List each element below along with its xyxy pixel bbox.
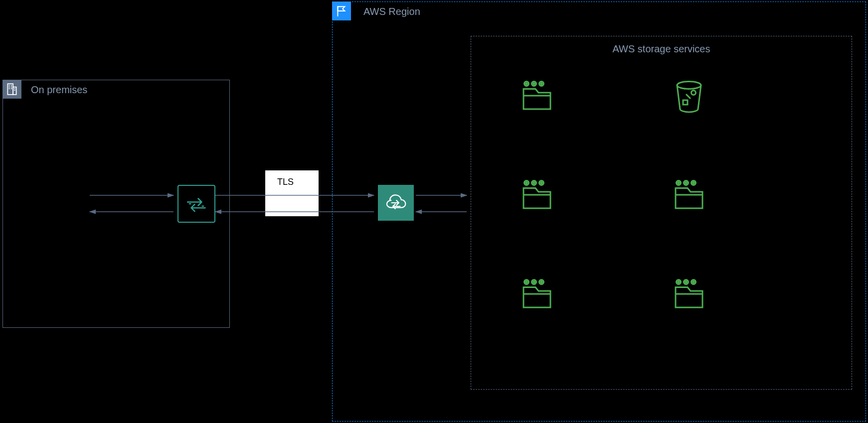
svg-point-28 (533, 182, 535, 184)
svg-point-29 (541, 182, 542, 184)
svg-point-41 (526, 282, 527, 283)
tls-label: TLS (277, 177, 294, 187)
aws-storage-services-label: AWS storage services (613, 43, 710, 55)
corporate-datacenter-icon (2, 80, 21, 99)
svg-point-22 (692, 91, 696, 95)
svg-point-42 (533, 282, 535, 283)
svg-point-35 (686, 182, 687, 184)
svg-point-48 (678, 282, 680, 283)
svg-point-43 (541, 282, 542, 283)
aws-datasync-icon (378, 185, 414, 221)
svg-point-18 (533, 83, 535, 85)
datasync-agent-icon (177, 185, 215, 223)
aws-region-label: AWS Region (363, 6, 420, 17)
svg-point-50 (693, 282, 694, 283)
fsx-icon (519, 276, 555, 312)
s3-bucket-icon (671, 78, 707, 114)
svg-point-27 (526, 182, 527, 184)
svg-point-21 (677, 82, 701, 89)
fsx-icon (519, 177, 555, 213)
fsx-icon (671, 177, 707, 213)
svg-point-17 (526, 83, 527, 85)
svg-rect-0 (7, 84, 13, 95)
svg-rect-23 (683, 100, 688, 105)
fsx-icon (671, 276, 707, 312)
svg-point-49 (686, 282, 687, 283)
svg-point-19 (541, 83, 542, 85)
svg-rect-1 (13, 87, 16, 95)
on-premises-label: On premises (31, 84, 87, 96)
region-flag-icon (332, 1, 351, 20)
svg-point-34 (678, 182, 680, 184)
diagram-stage: On premises AWS Region AWS storage servi… (0, 0, 868, 423)
svg-point-36 (693, 182, 694, 184)
fsx-icon (519, 78, 555, 114)
